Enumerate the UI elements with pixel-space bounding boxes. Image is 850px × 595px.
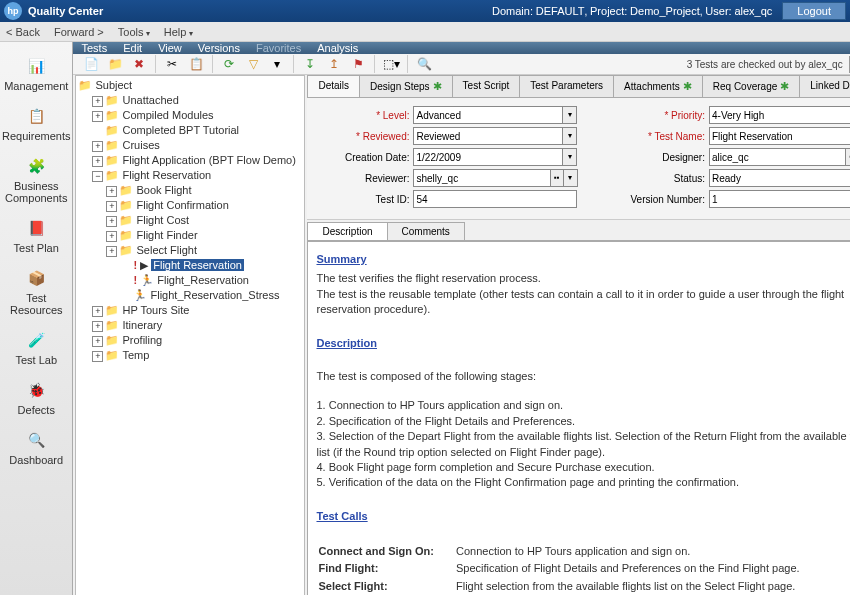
- delete-icon[interactable]: ✖: [129, 54, 149, 74]
- designer-field[interactable]: [709, 148, 846, 166]
- flag-icon[interactable]: ⚑: [348, 54, 368, 74]
- creation-date-field[interactable]: [413, 148, 562, 166]
- sidebar-item-test-plan[interactable]: 📕Test Plan: [0, 210, 72, 260]
- version-number-label: Version Number:: [613, 194, 705, 205]
- tree-node[interactable]: +📁Select Flight: [78, 243, 302, 258]
- menu-edit[interactable]: Edit: [123, 42, 142, 54]
- new-test-icon[interactable]: 📄: [81, 54, 101, 74]
- menu-favorites[interactable]: Favorites: [256, 42, 301, 54]
- tab-req-coverage[interactable]: Req Coverage ✱: [702, 75, 801, 97]
- tree-node[interactable]: +📁Flight Application (BPT Flow Demo): [78, 153, 302, 168]
- subtab-description[interactable]: Description: [307, 222, 387, 240]
- date-dropdown-icon[interactable]: ▾: [563, 148, 578, 166]
- expand-icon[interactable]: +: [92, 96, 103, 107]
- expand-icon[interactable]: +: [106, 231, 117, 242]
- expand-icon[interactable]: −: [92, 171, 103, 182]
- test-call-row: Select Flight:Flight selection from the …: [318, 579, 799, 594]
- tree-node[interactable]: +📁Itinerary: [78, 318, 302, 333]
- priority-field[interactable]: [709, 106, 850, 124]
- forward-button[interactable]: Forward >: [54, 26, 104, 38]
- tree-node[interactable]: 📁Completed BPT Tutorial: [78, 123, 302, 138]
- test-name-field[interactable]: [709, 127, 850, 145]
- menu-tests[interactable]: Tests: [81, 42, 107, 54]
- tree-node[interactable]: +📁Compiled Modules: [78, 108, 302, 123]
- module-icon: 📊: [24, 54, 48, 78]
- expand-icon[interactable]: +: [92, 336, 103, 347]
- module-icon: 📦: [24, 266, 48, 290]
- menu-versions[interactable]: Versions: [198, 42, 240, 54]
- expand-icon[interactable]: +: [92, 321, 103, 332]
- tree-node[interactable]: 🏃Flight_Reservation_Stress: [78, 288, 302, 303]
- back-button[interactable]: < Back: [6, 26, 40, 38]
- sidebar-item-defects[interactable]: 🐞Defects: [0, 372, 72, 422]
- expand-icon[interactable]: +: [92, 306, 103, 317]
- reviewer-dropdown-icon[interactable]: ▾: [564, 169, 577, 187]
- reviewer-browse-icon[interactable]: ▪▪: [551, 169, 564, 187]
- cut-icon[interactable]: ✂: [162, 54, 182, 74]
- sort-asc-icon[interactable]: ↧: [300, 54, 320, 74]
- description-editor[interactable]: Summary The test verifies the flight res…: [308, 242, 850, 595]
- expand-icon[interactable]: +: [92, 351, 103, 362]
- tab-attachments[interactable]: Attachments ✱: [613, 75, 703, 97]
- expand-icon[interactable]: +: [106, 201, 117, 212]
- tab-test-script[interactable]: Test Script: [452, 75, 521, 97]
- tree-node[interactable]: +📁Book Flight: [78, 183, 302, 198]
- tree-node[interactable]: +📁Flight Cost: [78, 213, 302, 228]
- tree-node[interactable]: +📁Flight Confirmation: [78, 198, 302, 213]
- subtab-comments[interactable]: Comments: [387, 222, 465, 240]
- tree-node[interactable]: +📁Unattached: [78, 93, 302, 108]
- id-icon[interactable]: ⬚▾: [381, 54, 401, 74]
- tree-node[interactable]: +📁Flight Finder: [78, 228, 302, 243]
- tree-node[interactable]: +📁Temp: [78, 348, 302, 363]
- tab-linked-defects[interactable]: Linked Defects: [799, 75, 850, 97]
- node-icon: 📁: [105, 334, 119, 346]
- reviewed-dropdown-icon[interactable]: ▾: [563, 127, 578, 145]
- filter-icon[interactable]: ▽: [243, 54, 263, 74]
- new-folder-icon[interactable]: 📁: [105, 54, 125, 74]
- sort-desc-icon[interactable]: ↥: [324, 54, 344, 74]
- status-field[interactable]: [709, 169, 850, 187]
- tree-root[interactable]: 📁Subject: [78, 78, 302, 93]
- sidebar-item-dashboard[interactable]: 🔍Dashboard: [0, 422, 72, 472]
- tree-node[interactable]: +📁HP Tours Site: [78, 303, 302, 318]
- reviewed-field[interactable]: [413, 127, 562, 145]
- module-icon: 🐞: [24, 378, 48, 402]
- tools-menu[interactable]: Tools: [118, 26, 150, 38]
- sidebar-item-management[interactable]: 📊Management: [0, 48, 72, 98]
- level-dropdown-icon[interactable]: ▾: [563, 106, 578, 124]
- paste-icon[interactable]: 📋: [186, 54, 206, 74]
- sidebar-item-business-components[interactable]: 🧩Business Components: [0, 148, 72, 210]
- version-number-field[interactable]: [709, 190, 850, 208]
- help-menu[interactable]: Help: [164, 26, 193, 38]
- dropdown-icon[interactable]: ▾: [267, 54, 287, 74]
- logout-button[interactable]: Logout: [782, 2, 846, 20]
- expand-icon[interactable]: +: [106, 186, 117, 197]
- refresh-icon[interactable]: ⟳: [219, 54, 239, 74]
- tree-node[interactable]: +📁Cruises: [78, 138, 302, 153]
- tree-node[interactable]: ! 🏃Flight_Reservation: [78, 273, 302, 288]
- expand-icon[interactable]: +: [92, 111, 103, 122]
- designer-browse-icon[interactable]: ▪▪: [846, 148, 850, 166]
- tree-node[interactable]: ! ▶Flight Reservation: [78, 258, 302, 273]
- tree-node[interactable]: −📁Flight Reservation: [78, 168, 302, 183]
- sidebar-item-requirements[interactable]: 📋Requirements: [0, 98, 72, 148]
- expand-icon[interactable]: +: [106, 216, 117, 227]
- level-field[interactable]: [413, 106, 562, 124]
- expand-icon[interactable]: +: [92, 156, 103, 167]
- node-icon: 📁: [105, 169, 119, 181]
- reviewer-field[interactable]: [413, 169, 550, 187]
- tree-node[interactable]: +📁Profiling: [78, 333, 302, 348]
- designer-label: Designer:: [613, 152, 705, 163]
- expand-icon[interactable]: +: [92, 141, 103, 152]
- tab-design-steps[interactable]: Design Steps ✱: [359, 75, 453, 97]
- tab-details[interactable]: Details: [307, 75, 360, 97]
- expand-icon[interactable]: +: [106, 246, 117, 257]
- sidebar-item-test-resources[interactable]: 📦Test Resources: [0, 260, 72, 322]
- test-call-row: Find Flight:Specification of Flight Deta…: [318, 561, 799, 576]
- menu-view[interactable]: View: [158, 42, 182, 54]
- menu-analysis[interactable]: Analysis: [317, 42, 358, 54]
- search-icon[interactable]: 🔍: [414, 54, 434, 74]
- test-id-field[interactable]: [413, 190, 577, 208]
- sidebar-item-test-lab[interactable]: 🧪Test Lab: [0, 322, 72, 372]
- tab-test-parameters[interactable]: Test Parameters: [519, 75, 614, 97]
